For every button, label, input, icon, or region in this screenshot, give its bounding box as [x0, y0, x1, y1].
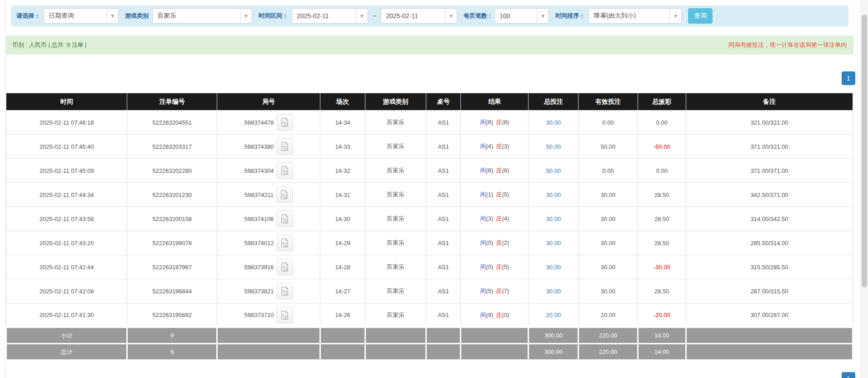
cell-game-type: 百家乐: [365, 207, 426, 231]
cell-total-bet: 30.00: [529, 207, 579, 231]
cell-table: AS1: [426, 111, 461, 135]
result-player-points: (3): [486, 215, 494, 222]
cell-table: AS1: [426, 159, 461, 183]
video-replay-button[interactable]: [277, 162, 293, 179]
table-row: 2025-02-11 07:43:20 522263199078 5983740…: [6, 231, 853, 255]
table-row: 2025-02-11 07:41:30 522263195692 5983737…: [6, 303, 853, 328]
notice-text: 同局有效投注，统一计算在该局第一张注单内: [728, 41, 847, 49]
subtotal-total-bet: 300.00: [529, 328, 579, 344]
filter-bar: 请选择： 日期查询 ▼ 游戏类别 百家乐 ▼ 时间区间： 2025-02-11 …: [11, 5, 848, 26]
total-bet-link[interactable]: 30.00: [546, 288, 561, 295]
result-player-points: (8): [486, 167, 494, 174]
cell-time: 2025-02-11 07:43:58: [6, 207, 127, 231]
total-bet-link[interactable]: 30.00: [546, 192, 561, 198]
cell-time: 2025-02-11 07:45:40: [6, 135, 127, 159]
video-replay-icon: [281, 311, 289, 320]
cell-remark: 314.00/342.50: [686, 207, 853, 231]
video-replay-button[interactable]: [277, 283, 293, 299]
video-replay-icon: [281, 287, 289, 296]
cell-payout: -20.00: [638, 303, 686, 328]
select-page-size[interactable]: 100 ▼: [494, 8, 549, 24]
cell-time: 2025-02-11 07:43:20: [6, 231, 127, 255]
video-replay-icon: [280, 190, 289, 199]
total-bet-link[interactable]: 30.00: [546, 264, 561, 271]
total-label: 总计: [6, 344, 127, 360]
cell-result: 闲(1)庄(5): [461, 183, 529, 207]
select-date-from[interactable]: 2025-02-11 ▼: [292, 8, 368, 24]
select-date-to-value: 2025-02-11: [381, 12, 418, 20]
video-replay-button[interactable]: [277, 259, 293, 275]
video-replay-button[interactable]: [276, 186, 293, 203]
cell-time: 2025-02-11 07:44:34: [6, 183, 127, 207]
cell-payout: 28.50: [638, 183, 686, 207]
col-table: 桌号: [426, 93, 461, 111]
cell-game-type: 百家乐: [365, 183, 426, 207]
video-replay-icon: [281, 262, 289, 272]
video-replay-button[interactable]: [277, 307, 293, 323]
video-replay-icon: [281, 166, 289, 175]
col-remark: 备注: [686, 93, 853, 111]
search-button[interactable]: 查询: [688, 8, 713, 24]
select-query-type-value: 日期查询: [44, 12, 74, 20]
result-banker-label: 庄: [496, 239, 502, 246]
cell-session: 14-32: [320, 159, 365, 183]
subtotal-row: 小计 9 300.00 220.00 14.00: [6, 328, 853, 344]
cell-total-bet: 30.00: [529, 231, 579, 255]
result-player-label: 闲: [480, 119, 486, 126]
video-replay-button[interactable]: [277, 114, 293, 131]
cell-session: 14-26: [320, 303, 365, 328]
video-replay-button[interactable]: [277, 138, 293, 155]
cell-bet-id: 522263196844: [127, 279, 217, 303]
cell-result: 闲(4)庄(3): [461, 135, 529, 159]
result-banker-points: (3): [502, 143, 509, 150]
video-replay-button[interactable]: [277, 235, 293, 251]
select-game-category[interactable]: 百家乐 ▼: [152, 8, 252, 24]
cell-remark: 315.50/285.50: [686, 255, 853, 279]
cell-total-bet: 20.00: [529, 303, 579, 328]
cell-payout: -50.00: [638, 135, 686, 159]
cell-payout: 28.50: [638, 207, 686, 231]
total-bet-link[interactable]: 30.00: [546, 216, 561, 222]
total-bet-link[interactable]: 30.00: [546, 119, 561, 126]
cell-round: 598374478: [217, 111, 320, 135]
total-bet-link[interactable]: 50.00: [546, 167, 561, 174]
cell-bet-id: 522263201230: [127, 183, 217, 207]
scrollbar-thumb[interactable]: [862, 15, 867, 287]
total-bet-link[interactable]: 50.00: [546, 143, 561, 150]
result-banker-label: 庄: [496, 191, 502, 198]
bet-records-table: 时间 注单编号 局号 场次 游戏类别 桌号 结果 总投注 有效投注 总派彩 备注…: [5, 93, 853, 361]
cell-result: 闲(9)庄(0): [461, 303, 529, 328]
cell-round: 598374380: [217, 135, 320, 159]
page-button-1-bottom[interactable]: 1: [842, 372, 855, 378]
round-number: 598373821: [244, 288, 274, 295]
result-banker-points: (2): [502, 239, 509, 246]
total-bet-link[interactable]: 30.00: [546, 240, 561, 247]
select-page-size-value: 100: [495, 12, 510, 20]
total-bet-link[interactable]: 20.00: [546, 312, 561, 318]
cell-session: 14-27: [320, 279, 365, 303]
cell-round: 598374211: [217, 183, 320, 207]
cell-time: 2025-02-11 07:42:44: [6, 255, 127, 279]
page-button-1-top[interactable]: 1: [842, 71, 855, 85]
col-valid-bet: 有效投注: [579, 93, 638, 111]
result-banker-label: 庄: [496, 215, 502, 222]
select-date-to[interactable]: 2025-02-11 ▼: [381, 8, 457, 24]
result-banker-label: 庄: [496, 167, 502, 174]
select-time-sort[interactable]: 降幂(由大到小) ▼: [589, 8, 682, 24]
cell-time: 2025-02-11 07:42:08: [6, 279, 127, 303]
filter-label-game: 游戏类别: [125, 12, 149, 20]
cell-payout: 28.50: [638, 279, 686, 303]
cell-table: AS1: [426, 303, 461, 328]
result-banker-points: (0): [502, 312, 509, 318]
round-number: 598373916: [244, 264, 274, 271]
video-replay-button[interactable]: [277, 211, 293, 227]
result-banker-points: (7): [502, 287, 509, 294]
col-session: 场次: [320, 93, 365, 111]
cell-payout: 0.00: [638, 111, 686, 135]
filter-label-page-size: 每页笔数 :: [464, 12, 491, 20]
select-query-type[interactable]: 日期查询 ▼: [44, 8, 119, 24]
table-row: 2025-02-11 07:44:34 522263201230 5983742…: [6, 183, 853, 207]
cell-session: 14-34: [320, 111, 365, 135]
bet-records-table-wrap: 时间 注单编号 局号 场次 游戏类别 桌号 结果 总投注 有效投注 总派彩 备注…: [5, 93, 853, 361]
table-row: 2025-02-11 07:42:44 522263197967 5983739…: [6, 255, 853, 279]
